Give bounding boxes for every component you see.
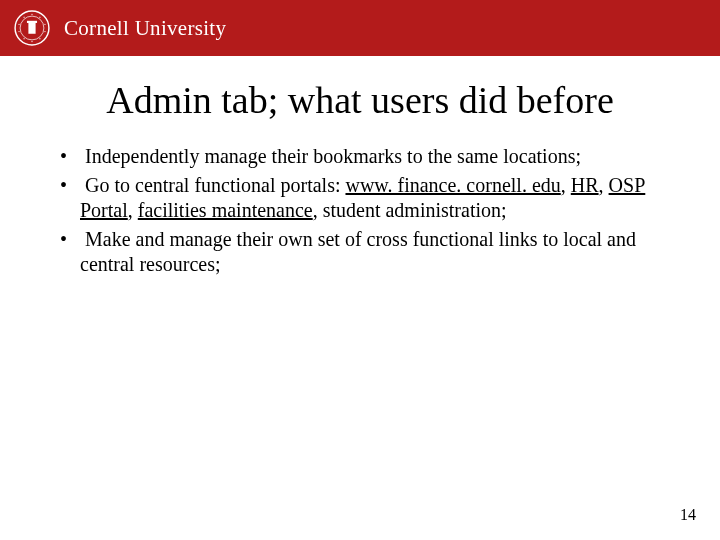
brand-wordmark: Cornell University	[64, 16, 226, 41]
bullet-text: Independently manage their bookmarks to …	[85, 145, 581, 167]
svg-point-13	[24, 17, 25, 18]
svg-point-8	[39, 38, 40, 39]
separator: ,	[128, 199, 138, 221]
separator: ,	[599, 174, 609, 196]
svg-point-4	[32, 14, 33, 15]
cornell-seal-icon	[14, 10, 50, 46]
svg-point-5	[39, 17, 40, 18]
link-text[interactable]: facilities maintenance	[138, 199, 313, 221]
bullet-item: Go to central functional portals: www. f…	[80, 173, 682, 224]
slide-title: Admin tab; what users did before	[0, 78, 720, 122]
bullet-list: Independently manage their bookmarks to …	[0, 144, 720, 278]
slide: Cornell University Admin tab; what users…	[0, 0, 720, 540]
bullet-tail: , student administration;	[313, 199, 507, 221]
bullet-item: Make and manage their own set of cross f…	[80, 227, 682, 278]
svg-point-7	[45, 31, 46, 32]
svg-point-6	[45, 24, 46, 25]
separator: ,	[561, 174, 571, 196]
svg-point-10	[24, 38, 25, 39]
page-number: 14	[680, 506, 696, 524]
link-text[interactable]: www. finance. cornell. edu	[345, 174, 560, 196]
svg-rect-2	[28, 22, 35, 34]
brand-header: Cornell University	[0, 0, 720, 56]
bullet-text: Make and manage their own set of cross f…	[80, 228, 636, 276]
svg-point-11	[19, 31, 20, 32]
link-text[interactable]: HR	[571, 174, 599, 196]
svg-rect-3	[27, 21, 37, 23]
bullet-item: Independently manage their bookmarks to …	[80, 144, 682, 170]
bullet-text: Go to central functional portals:	[85, 174, 345, 196]
svg-point-12	[19, 24, 20, 25]
svg-point-9	[32, 41, 33, 42]
